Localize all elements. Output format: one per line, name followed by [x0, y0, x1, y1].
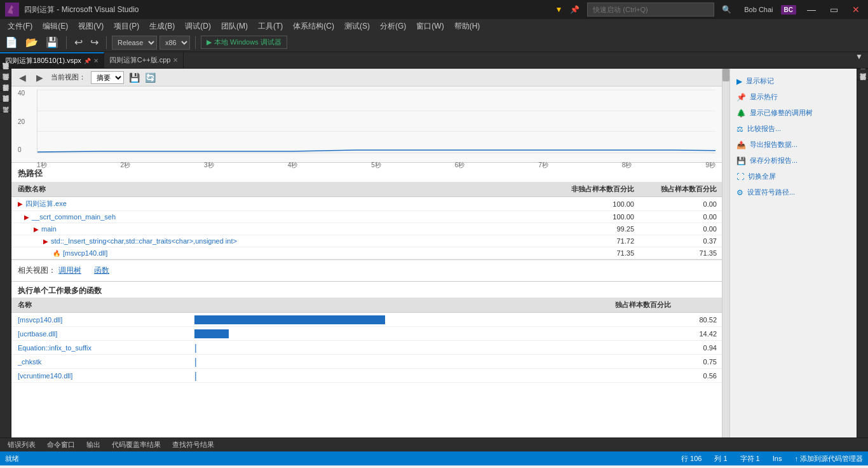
menu-view[interactable]: 视图(V) — [73, 20, 109, 33]
status-ready: 就绪 — [5, 454, 19, 464]
save-report-btn[interactable]: 💾 — [129, 72, 140, 83]
tab-overflow-btn[interactable]: ▼ — [850, 52, 868, 68]
vs-logo — [5, 3, 19, 17]
panel-link-show-tree[interactable]: 🌲 显示已修整的调用树 — [733, 106, 854, 120]
hot-path-row-0: ▶ 四则运算.exe 100.00 0.00 — [11, 197, 722, 211]
platform-dropdown[interactable]: x86 x64 — [159, 36, 190, 50]
func-row1-name[interactable]: [ucrtbase.dll] — [11, 328, 189, 340]
tab-vspx-close[interactable]: ✕ — [93, 57, 98, 64]
hot-path-header: 函数名称 非独占样本数百分比 独占样本数百分比 — [11, 182, 722, 197]
show-marks-label: 显示标记 — [746, 76, 774, 86]
save-btn[interactable]: 💾 — [43, 35, 61, 50]
rv-label: 相关视图： — [18, 265, 56, 276]
sidebar-item-server-explorer[interactable]: 服务器资源管理器 — [0, 90, 11, 101]
tab-cpp-close[interactable]: ✕ — [173, 57, 178, 64]
compare-icon: ⚖ — [736, 125, 743, 134]
row0-name[interactable]: ▶ 四则运算.exe — [11, 197, 557, 210]
header-inclusive: 非独占样本数百分比 — [557, 182, 639, 196]
menu-debug[interactable]: 调试(D) — [180, 20, 216, 33]
back-btn[interactable]: ◀ — [17, 71, 29, 84]
chart-x-labels: 1秒 2秒 3秒 4秒 5秒 6秒 7秒 8秒 9秒 — [37, 160, 715, 170]
menu-help[interactable]: 帮助(H) — [449, 20, 485, 33]
btab-output[interactable]: 输出 — [81, 439, 105, 451]
sidebar-item-extra[interactable]: 工具箱 — [0, 112, 11, 123]
tab-spacer — [184, 52, 850, 68]
vertical-scrollbar[interactable] — [722, 69, 729, 437]
show-hot-icon: 📌 — [736, 93, 746, 102]
rv-link-functions[interactable]: 函数 — [94, 265, 109, 276]
redo-btn[interactable]: ↪ — [88, 35, 101, 50]
panel-link-show-hot[interactable]: 📌 显示热行 — [733, 90, 854, 104]
panel-link-symbol[interactable]: ⚙ 设置符号路径... — [733, 185, 854, 200]
x-label-3: 3秒 — [204, 161, 214, 170]
row2-name[interactable]: ▶ main — [11, 223, 557, 235]
func-row4-name[interactable]: [vcruntime140.dll] — [11, 370, 189, 382]
func-row2-pct: 0.94 — [671, 342, 722, 354]
panel-link-show-marks[interactable]: ▶ 显示标记 — [733, 74, 854, 88]
undo-btn[interactable]: ↩ — [72, 35, 85, 50]
func-row3-name[interactable]: _chkstk — [11, 356, 189, 368]
sidebar-item-team-explorer[interactable]: 团队资源管理器 — [0, 101, 11, 112]
new-file-btn[interactable]: 📄 — [3, 35, 20, 50]
sidebar-item-solution-explorer[interactable]: 解决方案资源管理器 — [857, 79, 868, 90]
btab-error-list[interactable]: 错误列表 — [3, 439, 41, 451]
sidebar-item-debug-location[interactable]: 调试位置调试器工具箱 — [0, 69, 11, 79]
menu-analyze[interactable]: 分析(G) — [375, 20, 411, 33]
search-icon: 🔍 — [722, 5, 731, 14]
status-add-source[interactable]: ↑ 添加到源代码管理器 — [794, 454, 863, 464]
menu-team[interactable]: 团队(M) — [216, 20, 253, 33]
sidebar-item-perf-diag[interactable]: 性能和诊断调试器 — [857, 69, 868, 79]
view-select[interactable]: 摘要 — [91, 71, 124, 84]
bottom-tabs: 错误列表 命令窗口 输出 代码覆盖率结果 查找符号结果 — [0, 437, 868, 451]
row2-exclusive: 0.00 — [639, 223, 722, 235]
hot-path-row-2: ▶ main 99.25 0.00 — [11, 223, 722, 235]
row1-name[interactable]: ▶ __scrt_common_main_seh — [11, 211, 557, 223]
tab-vspx[interactable]: 四则运算180510(1).vspx 📌 ✕ — [0, 52, 104, 68]
forward-btn[interactable]: ▶ — [34, 71, 46, 84]
status-col: 列 1 — [714, 454, 727, 464]
maximize-button[interactable]: ▭ — [827, 4, 841, 15]
func-row0-pct: 80.52 — [671, 314, 722, 326]
scrollbar-thumb[interactable] — [722, 69, 729, 81]
sidebar-item-perf-probe[interactable]: 性能探测工具 — [0, 79, 11, 90]
row1-label: __scrt_common_main_seh — [32, 213, 116, 221]
minimize-button[interactable]: — — [804, 4, 819, 15]
func-row4-bar-dot: | — [194, 371, 197, 381]
row3-icon: ▶ — [43, 238, 48, 245]
config-dropdown[interactable]: Release Debug — [112, 36, 157, 50]
tab-pin-icon: 📌 — [84, 58, 91, 64]
btab-command[interactable]: 命令窗口 — [42, 439, 80, 451]
toolbar-sep2 — [106, 36, 107, 49]
quick-launch-input[interactable] — [587, 3, 714, 17]
btab-coverage[interactable]: 代码覆盖率结果 — [107, 439, 166, 451]
close-button[interactable]: ✕ — [849, 4, 863, 15]
menu-edit[interactable]: 编辑(E) — [37, 20, 73, 33]
run-label: 本地 Windows 调试器 — [214, 38, 281, 47]
open-file-btn[interactable]: 📂 — [23, 35, 41, 50]
menu-tools[interactable]: 工具(T) — [253, 20, 288, 33]
toolbar: 📄 📂 💾 ↩ ↪ Release Debug x86 x64 ▶ 本地 Win… — [0, 33, 868, 52]
func-row2-name[interactable]: Equation::infix_to_suffix — [11, 342, 189, 354]
row4-name[interactable]: 🔥 [msvcp140.dll] — [11, 247, 557, 259]
menu-test[interactable]: 测试(S) — [339, 20, 375, 33]
menu-arch[interactable]: 体系结构(C) — [288, 20, 339, 33]
panel-link-fullscreen[interactable]: ⛶ 切换全屏 — [733, 169, 854, 184]
menu-project[interactable]: 项目(P) — [109, 20, 144, 33]
panel-link-save[interactable]: 💾 保存分析报告... — [733, 153, 854, 168]
tab-vspx-label: 四则运算180510(1).vspx — [5, 56, 81, 65]
row0-inclusive: 100.00 — [557, 198, 639, 210]
func-row2-bar-dot: | — [194, 343, 197, 353]
panel-link-compare[interactable]: ⚖ 比较报告... — [733, 121, 854, 136]
run-button[interactable]: ▶ 本地 Windows 调试器 — [201, 36, 287, 49]
func-row0-name[interactable]: [msvcp140.dll] — [11, 314, 189, 326]
btab-find-symbol[interactable]: 查找符号结果 — [167, 439, 219, 451]
func-row-4: [vcruntime140.dll] | 0.56 — [11, 369, 722, 383]
menu-window[interactable]: 窗口(W) — [411, 20, 449, 33]
tab-cpp[interactable]: 四则运算C++版.cpp ✕ — [104, 52, 184, 68]
menu-build[interactable]: 生成(B) — [144, 20, 180, 33]
refresh-btn[interactable]: 🔄 — [145, 72, 156, 83]
rv-link-call-tree[interactable]: 调用树 — [58, 265, 81, 276]
menu-file[interactable]: 文件(F) — [3, 20, 37, 33]
panel-link-export[interactable]: 📤 导出报告数据... — [733, 137, 854, 152]
row3-name[interactable]: ▶ std::_Insert_string<char,std::char_tra… — [11, 235, 557, 247]
